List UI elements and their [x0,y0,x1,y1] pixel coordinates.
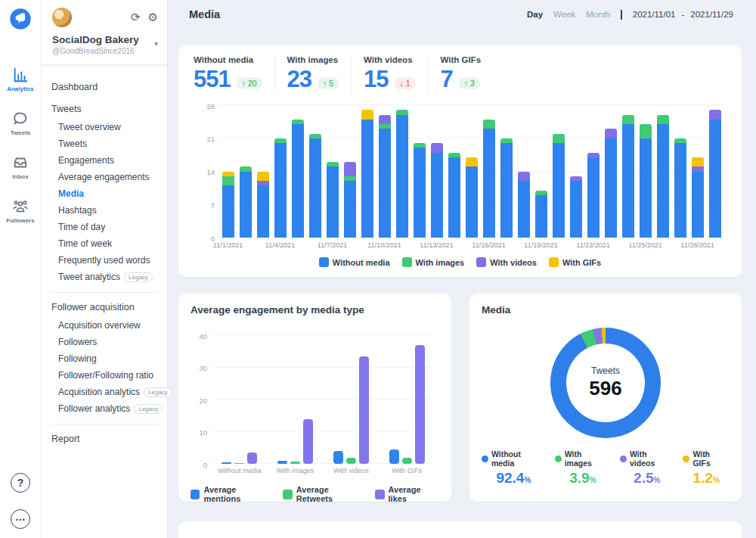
stat-value: 551 [194,66,231,93]
chart1-legend-item-with-images[interactable]: With images [402,257,465,267]
percent-sign: % [590,476,596,484]
refresh-icon[interactable]: ⟳ [131,12,141,23]
chart2-legend-item-average-retweets[interactable]: Average Retweets [283,485,364,503]
donut-legend-top: With GIFs [683,449,730,468]
bar-average-likes [359,356,369,464]
bar-column-11-28-2021: 11/28/2021 [689,105,706,238]
chart2-legend-item-average-likes[interactable]: Average likes [375,485,439,503]
sidebar-item-time-of-day[interactable]: Time of day [42,219,167,235]
bar-segment-without-media [396,115,408,238]
stat-with-gifs: With GIFs7↑ 3 [441,55,494,93]
stat-delta-badge: ↑ 3 [459,77,480,89]
sidebar-item-tweet-analytics[interactable]: Tweet analyticsLegacy [42,269,167,285]
sidebar-item-followers[interactable]: Followers [42,334,167,350]
period-tab-day[interactable]: Day [527,10,543,19]
groups-row [212,335,435,464]
gear-icon[interactable]: ⚙ [148,12,158,23]
slice-percent-value: 3.9 [569,470,589,486]
date-to: 2021/11/29 [690,10,733,19]
chart1-legend-item-without-media[interactable]: Without media [319,257,390,267]
sidebar-item-frequently-used-words[interactable]: Frequently used words [42,252,167,269]
sidebar-item-engagements[interactable]: Engagements [42,152,167,169]
stacked-bar [257,172,269,238]
chart2-legend-item-average-mentions[interactable]: Average mentions [191,485,272,503]
stat-without-media: Without media551↑ 20 [194,55,275,93]
x-axis-tick: 11/28/2021 [680,241,714,249]
period-tab-month[interactable]: Month [586,10,610,19]
rail-item-inbox[interactable]: Inbox [12,154,29,180]
legend-swatch [283,490,292,499]
bar-average-retweets [402,458,412,464]
sidebar-item-follower-acquisition[interactable]: Follower acquisition [42,299,167,316]
x-axis-tick: 11/25/2021 [628,241,662,249]
stacked-bar [240,166,252,238]
sidebar-item-following[interactable]: Following [42,350,167,367]
sidebar-item-report[interactable]: Report [42,431,167,447]
bar-average-retweets [290,462,300,464]
legend-dot [555,456,562,462]
sidebar-item-average-engagements[interactable]: Average engagements [42,169,167,185]
sidebar-item-tweet-overview[interactable]: Tweet overview [42,119,167,135]
sidebar-item-tweets[interactable]: Tweets [42,135,167,152]
sidebar-item-time-of-week[interactable]: Time of week [42,235,167,252]
bar-column-11-8-2021 [341,105,358,238]
sidebar-item-follower-analytics[interactable]: Follower analyticsLegacy [42,400,167,417]
bar-segment-without-media [222,185,234,238]
sidebar-item-acquisition-overview[interactable]: Acquisition overview [42,317,167,334]
period-tab-week[interactable]: Week [553,10,575,19]
bar-segment-with-videos [605,129,617,138]
socialdog-logo[interactable] [9,8,32,30]
bar-segment-with-gifs [466,157,478,167]
bar-segment-without-media [344,181,356,238]
bar-segment-without-media [657,124,669,238]
bar-segment-without-media [431,153,443,238]
x-axis-tick: 11/19/2021 [524,241,557,249]
donut-legend-item-with-images[interactable]: With images3.9% [555,449,611,487]
y-axis-tick: 0 [187,460,207,468]
stat-line: 23↑ 5 [287,66,339,93]
stacked-bar [309,134,321,238]
help-icon[interactable]: ? [11,473,30,493]
bar-average-mentions [389,449,399,464]
bar-column-11-27-2021 [671,105,689,238]
page-header: Media DayWeekMonth 2021/11/01 - 2021/11/… [168,0,756,29]
date-range-picker[interactable]: 2021/11/01 - 2021/11/29 [633,10,733,19]
bar-column-11-22-2021: 11/22/2021 [584,105,602,238]
legend-dot [482,456,488,462]
stacked-bar [570,176,582,238]
donut-legend-item-with-gifs[interactable]: With GIFs1.2% [683,449,730,487]
bar-column-11-21-2021 [567,105,584,238]
sidebar-item-acquisition-analytics[interactable]: Acquisition analyticsLegacy [42,384,167,400]
bar-column-11-7-2021: 11/7/2021 [324,105,341,238]
legend-dot [683,456,689,462]
rail-item-analytics[interactable]: Analytics [7,67,34,92]
y-axis-tick: 30 [187,364,207,372]
bar-segment-without-media [466,166,478,238]
chart1-legend-item-with-videos[interactable]: With videos [476,257,537,267]
rail-item-label: Inbox [12,173,28,180]
bar-segment-without-media [587,157,600,238]
slice-percent: 1.2% [693,470,720,487]
sidebar-item-tweets[interactable]: Tweets [42,101,167,117]
donut-chart: Tweets 596 [550,328,661,438]
donut-legend-item-without-media[interactable]: Without media92.4% [482,449,546,487]
stacked-bar [414,143,426,238]
account-avatar[interactable] [52,8,72,27]
chart1-legend-item-with-gifs[interactable]: With GIFs [549,257,601,267]
legend-label: Without media [333,258,390,267]
header-divider [621,10,622,20]
bar-column-11-14-2021 [445,105,463,238]
bar-column-11-4-2021: 11/4/2021 [271,105,289,238]
sidebar-item-hashtags[interactable]: Hashtags [42,202,167,219]
sidebar-item-follower-following-ratio[interactable]: Follower/Following ratio [42,367,167,384]
sidebar-item-media[interactable]: Media [42,185,167,202]
donut-legend-item-with-videos[interactable]: With videos2.5% [620,449,674,487]
bars-row: 11/1/202111/4/202111/7/202111/10/202111/… [219,105,723,238]
rail-item-followers[interactable]: Followers [6,198,34,224]
more-icon[interactable]: ⋯ [11,509,30,529]
bar-column-11-1-2021: 11/1/2021 [219,105,237,238]
sidebar-item-dashboard[interactable]: Dashboard [42,79,167,95]
bar-segment-without-media [518,181,530,238]
rail-item-tweets[interactable]: Tweets [11,110,31,136]
chevron-down-icon[interactable]: ▾ [154,39,158,48]
